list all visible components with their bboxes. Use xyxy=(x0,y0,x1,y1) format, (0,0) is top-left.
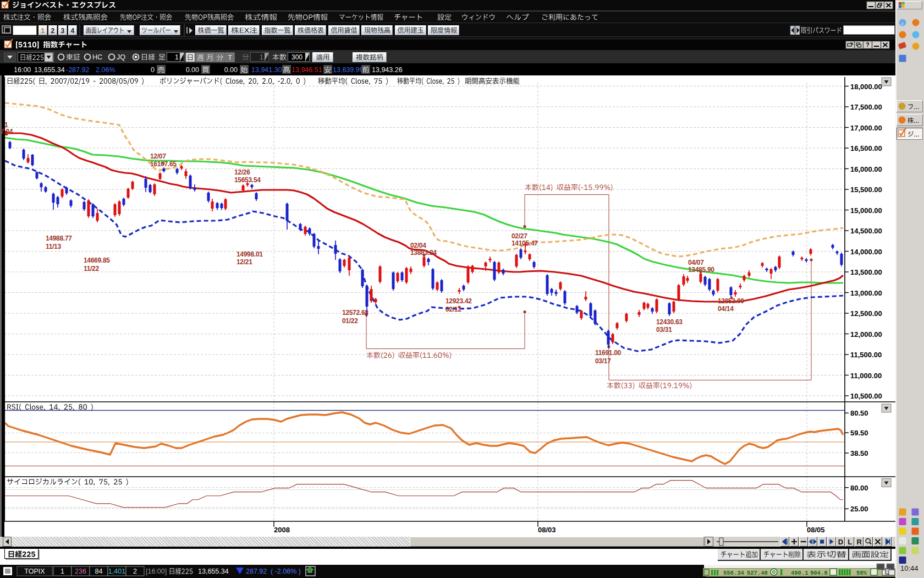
svg-text:14669.85: 14669.85 xyxy=(84,257,110,264)
svg-text:13,941.30: 13,941.30 xyxy=(251,66,282,74)
svg-text:12430.63: 12430.63 xyxy=(656,318,683,326)
svg-text:15653.54: 15653.54 xyxy=(234,176,261,184)
svg-text:14988.77: 14988.77 xyxy=(46,235,72,242)
svg-text:558.34: 558.34 xyxy=(723,570,744,576)
svg-text:R: R xyxy=(857,538,862,546)
svg-text:04/07: 04/07 xyxy=(688,259,704,266)
svg-text:12,500.00: 12,500.00 xyxy=(850,309,882,318)
svg-text:TOPIX: TOPIX xyxy=(24,568,45,575)
svg-text:15,500.00: 15,500.00 xyxy=(850,186,882,194)
svg-text:13,943.26: 13,943.26 xyxy=(372,66,403,74)
svg-text:11,000.00: 11,000.00 xyxy=(850,372,882,380)
svg-text:1,401: 1,401 xyxy=(108,568,125,575)
svg-text:14,000.00: 14,000.00 xyxy=(850,248,882,256)
svg-text:13,655.34: 13,655.34 xyxy=(198,568,229,575)
svg-text:80.50: 80.50 xyxy=(850,409,868,417)
svg-text:18,000.00: 18,000.00 xyxy=(850,83,882,91)
svg-text:80.00: 80.00 xyxy=(850,484,868,492)
svg-text:T: T xyxy=(228,54,233,62)
svg-text:12/26: 12/26 xyxy=(234,168,250,176)
svg-text:300: 300 xyxy=(292,53,302,61)
svg-text:10,500.00: 10,500.00 xyxy=(850,392,882,400)
svg-text:08/03: 08/03 xyxy=(538,526,556,534)
svg-text:4: 4 xyxy=(71,27,75,35)
svg-text:12923.42: 12923.42 xyxy=(446,297,472,305)
svg-text:14,500.00: 14,500.00 xyxy=(850,227,882,235)
svg-text:0.00: 0.00 xyxy=(186,66,199,74)
svg-text:[16:00]: [16:00] xyxy=(146,568,167,575)
svg-text:236: 236 xyxy=(75,568,86,575)
svg-text:2: 2 xyxy=(133,568,137,575)
svg-text:16,500.00: 16,500.00 xyxy=(850,144,882,152)
svg-text:13,946.51: 13,946.51 xyxy=(292,66,322,74)
svg-text:02/04: 02/04 xyxy=(410,242,426,249)
svg-text:13,639.99: 13,639.99 xyxy=(333,66,364,74)
svg-text:287.92: 287.92 xyxy=(246,568,267,575)
svg-text:17,000.00: 17,000.00 xyxy=(850,124,882,132)
svg-text:59.50: 59.50 xyxy=(850,429,868,437)
svg-text:L: L xyxy=(848,538,852,546)
svg-text:1: 1 xyxy=(41,27,45,35)
svg-text:11/13: 11/13 xyxy=(46,243,61,250)
svg-text:( -2.06% ): ( -2.06% ) xyxy=(271,568,301,575)
svg-text:3: 3 xyxy=(61,27,65,35)
svg-text:02/27: 02/27 xyxy=(512,232,527,240)
svg-text:0.00: 0.00 xyxy=(224,66,238,74)
svg-text:13,655.34: 13,655.34 xyxy=(34,66,65,74)
svg-text:08/05: 08/05 xyxy=(807,526,825,534)
svg-text:10:44: 10:44 xyxy=(900,564,919,572)
svg-text:1: 1 xyxy=(260,53,263,61)
svg-text:7.04: 7.04 xyxy=(1,128,13,135)
svg-text:1: 1 xyxy=(61,568,64,575)
svg-text:2.06%: 2.06% xyxy=(96,66,115,74)
svg-text:04/14: 04/14 xyxy=(718,305,734,313)
svg-text:12572.68: 12572.68 xyxy=(342,309,369,317)
svg-text:15,000.00: 15,000.00 xyxy=(850,206,882,215)
svg-text:14998.01: 14998.01 xyxy=(237,250,263,258)
svg-text:17,500.00: 17,500.00 xyxy=(850,103,882,111)
svg-text:2008: 2008 xyxy=(274,526,290,534)
svg-text:13,500.00: 13,500.00 xyxy=(850,268,882,276)
svg-text:12/21: 12/21 xyxy=(237,258,252,266)
svg-text:2: 2 xyxy=(51,27,55,35)
svg-text:D: D xyxy=(838,538,843,546)
svg-text:904.8: 904.8 xyxy=(810,570,828,576)
svg-text:11,500.00: 11,500.00 xyxy=(850,351,882,359)
svg-text:13,000.00: 13,000.00 xyxy=(850,289,882,297)
svg-text:01/22: 01/22 xyxy=(342,317,358,325)
svg-text:1: 1 xyxy=(175,53,179,61)
svg-text:0: 0 xyxy=(151,66,155,74)
svg-text:03/17: 03/17 xyxy=(595,357,611,365)
svg-text:58%: 58% xyxy=(856,570,867,576)
svg-text:527.48: 527.48 xyxy=(747,570,768,576)
svg-text:?: ? xyxy=(866,41,870,48)
svg-text:03/31: 03/31 xyxy=(656,326,672,334)
svg-text:-287.92: -287.92 xyxy=(66,66,89,74)
svg-text:11/22: 11/22 xyxy=(84,265,99,272)
svg-text:38.50: 38.50 xyxy=(850,449,868,457)
svg-text:HC: HC xyxy=(92,53,102,61)
svg-text:490.1: 490.1 xyxy=(791,570,809,576)
svg-text:84: 84 xyxy=(95,568,103,575)
svg-text:16:00: 16:00 xyxy=(14,66,31,74)
svg-text:16,000.00: 16,000.00 xyxy=(850,165,882,173)
svg-text:12,000.00: 12,000.00 xyxy=(850,330,882,339)
svg-text:♪: ♪ xyxy=(901,20,904,26)
svg-text:14105.47: 14105.47 xyxy=(512,239,538,247)
svg-text:11691.00: 11691.00 xyxy=(595,349,622,357)
svg-text:25.00: 25.00 xyxy=(850,505,868,513)
svg-text:JQ: JQ xyxy=(117,53,125,61)
svg-text:12/07: 12/07 xyxy=(150,152,166,160)
